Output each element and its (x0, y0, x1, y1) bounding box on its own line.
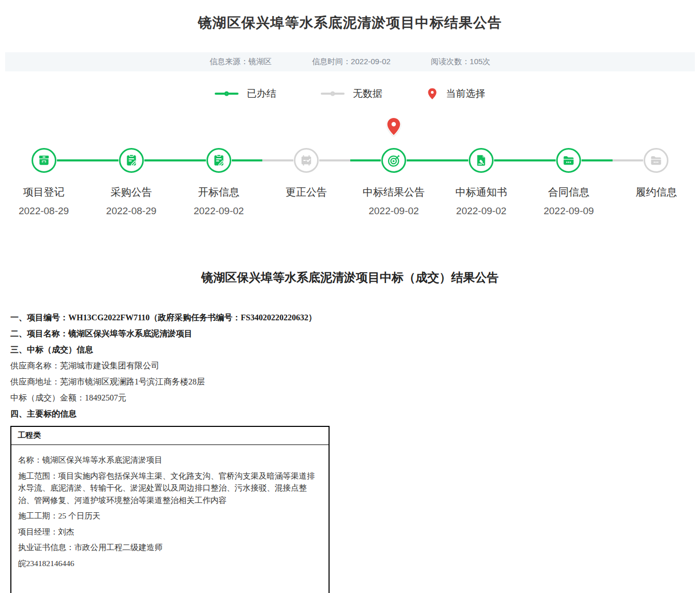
clipboard-edit-icon (206, 148, 231, 173)
step-date: 2022-08-29 (19, 205, 69, 218)
announcement-title: 镜湖区保兴埠等水系底泥清淤项目中标（成交）结果公告 (0, 270, 700, 286)
step-label: 采购公告 (111, 185, 152, 199)
folder-icon (556, 148, 581, 173)
clipboard-edit-icon (119, 148, 144, 173)
legend-current-label: 当前选择 (446, 87, 485, 100)
meta-source: 信息来源：镜湖区 (210, 57, 272, 67)
current-selection-pin-icon (385, 116, 403, 138)
timeline-step-procurement-notice[interactable]: 采购公告 2022-08-29 (87, 148, 175, 218)
table-row-manager: 项目经理：刘杰 (18, 526, 322, 538)
line-award-amount: 中标（成交）金额：18492507元 (10, 390, 690, 406)
legend-done-label: 已办结 (247, 87, 276, 100)
step-label: 中标结果公告 (363, 185, 425, 199)
table-body: 名称：镜湖区保兴埠等水系底泥清淤项目 施工范围：项目实施内容包括保兴埠主渠、文化… (11, 445, 329, 593)
table-row-certificate-number: 皖234182146446 (18, 557, 322, 570)
done-line-icon (215, 93, 239, 95)
timeline-step-bid-opening-info[interactable]: 开标信息 2022-09-02 (175, 148, 262, 218)
step-label: 中标通知书 (455, 185, 507, 199)
table-row-duration: 施工工期：25 个日历天 (18, 510, 322, 522)
step-label: 合同信息 (548, 185, 589, 199)
step-label: 项目登记 (23, 185, 65, 199)
timeline-legend: 已办结 无数据 当前选择 (0, 87, 700, 100)
line-supplier-address: 供应商地址：芜湖市镜湖区观澜路1号滨江商务楼28层 (10, 374, 690, 390)
timeline-step-performance-info[interactable]: 履约信息 (613, 148, 700, 218)
archive-box-icon (32, 148, 56, 173)
timeline-step-award-notification[interactable]: 中标通知书 2022-09-02 (438, 148, 525, 218)
legend-item-nodata: 无数据 (321, 87, 382, 100)
document-gavel-icon (469, 148, 494, 173)
board-check-icon (294, 148, 319, 173)
line-project-number: 一、项目编号：WH13CG2022FW7110（政府采购任务书编号：FS3402… (10, 309, 690, 325)
meta-time: 信息时间：2022-09-02 (312, 57, 391, 67)
table-row-certificate: 执业证书信息：市政公用工程二级建造师 (18, 541, 322, 554)
table-header-project-type: 工程类 (11, 427, 329, 445)
meta-bar: 信息来源：镜湖区 信息时间：2022-09-02 阅读次数：105次 (5, 52, 695, 71)
map-pin-icon (427, 87, 438, 100)
step-date: 2022-08-29 (106, 205, 156, 218)
legend-nodata-label: 无数据 (353, 87, 382, 100)
meta-views: 阅读次数：105次 (431, 57, 490, 67)
timeline-step-award-result-notice[interactable]: 中标结果公告 2022-09-02 (350, 148, 438, 218)
step-label: 履约信息 (635, 185, 677, 199)
line-award-info-heading: 三、中标（成交）信息 (10, 342, 690, 358)
subject-info-table: 工程类 名称：镜湖区保兴埠等水系底泥清淤项目 施工范围：项目实施内容包括保兴埠主… (10, 426, 330, 593)
timeline-step-contract-info[interactable]: 合同信息 2022-09-09 (525, 148, 613, 218)
legend-item-done: 已办结 (215, 87, 276, 100)
announcement-body: 一、项目编号：WH13CG2022FW7110（政府采购任务书编号：FS3402… (10, 309, 690, 593)
line-subject-info-heading: 四、主要标的信息 (10, 406, 690, 422)
step-date: 2022-09-09 (544, 205, 594, 218)
target-icon (381, 148, 406, 173)
table-row-scope: 施工范围：项目实施内容包括保兴埠主渠、文化路支沟、官桥沟支渠及暗涵等渠道排水导流… (18, 470, 322, 507)
process-timeline: 项目登记 2022-08-29 采购公告 2022-08-29 (0, 148, 700, 218)
step-date: 2022-09-02 (456, 205, 507, 218)
step-label: 更正公告 (286, 185, 327, 199)
step-date: 2022-09-02 (193, 205, 244, 218)
page-title: 镜湖区保兴埠等水系底泥清淤项目中标结果公告 (0, 13, 700, 32)
line-supplier-name: 供应商名称：芜湖城市建设集团有限公司 (10, 358, 690, 374)
timeline-step-correction-notice[interactable]: 更正公告 (262, 148, 350, 218)
folder-icon (644, 148, 668, 173)
line-project-name: 二、项目名称：镜湖区保兴埠等水系底泥清淤项目 (10, 325, 690, 342)
step-label: 开标信息 (198, 185, 240, 199)
nodata-line-icon (321, 93, 345, 95)
table-row-name: 名称：镜湖区保兴埠等水系底泥清淤项目 (18, 454, 322, 466)
legend-item-current: 当前选择 (427, 87, 485, 100)
timeline-step-project-registration[interactable]: 项目登记 2022-08-29 (0, 148, 87, 218)
step-date: 2022-09-02 (368, 205, 419, 218)
